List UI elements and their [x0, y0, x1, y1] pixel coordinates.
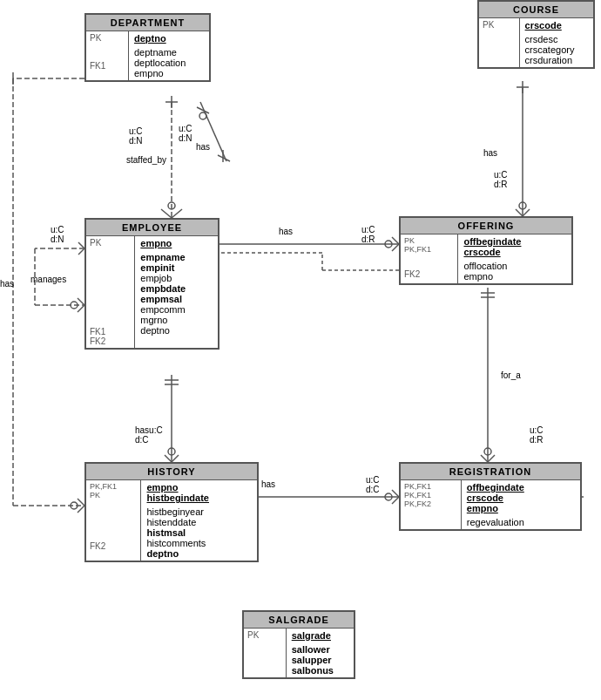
department-fk1-key: FK1	[86, 45, 129, 80]
entity-salgrade: SALGRADE PK salgrade sallower salupper s…	[242, 610, 355, 679]
notation-uc-dr-2: u:Cd:R	[494, 170, 508, 189]
svg-point-40	[385, 493, 392, 500]
offering-title: OFFERING	[401, 218, 571, 234]
has-hist-label: has	[261, 479, 275, 489]
course-fields: crsdesc crscategory crsduration	[520, 32, 593, 67]
registration-body: PK,FK1PK,FK1PK,FK2 offbegindate crscode …	[401, 480, 580, 529]
svg-line-13	[392, 244, 399, 251]
employee-empcomm: empcomm	[140, 304, 213, 315]
registration-crscode: crscode	[467, 493, 575, 503]
department-fields-row: FK1 deptname deptlocation empno	[86, 45, 209, 80]
registration-fields-row: regevaluation	[401, 515, 580, 529]
offering-pk-keys: PKPK,FK1	[401, 234, 458, 259]
salgrade-title: SALGRADE	[244, 612, 354, 629]
salgrade-pk-key: PK	[244, 629, 287, 642]
entity-offering: OFFERING PKPK,FK1 offbegindate crscode F…	[399, 216, 573, 285]
registration-empno: empno	[467, 503, 575, 513]
employee-empno: empno	[140, 238, 213, 248]
salgrade-fields: sallower salupper salbonus	[287, 642, 354, 677]
registration-title: REGISTRATION	[401, 464, 580, 480]
history-empno: empno	[146, 482, 252, 493]
salgrade-salgrade: salgrade	[292, 630, 348, 641]
history-pk-keys: PK,FK1PK	[86, 480, 141, 505]
notation-uc-dn-2: u:Cd:N	[179, 124, 192, 143]
svg-line-53	[78, 499, 84, 506]
employee-pk-field: empno	[135, 236, 218, 250]
department-deptlocation: deptlocation	[134, 58, 204, 68]
svg-point-20	[519, 202, 526, 209]
employee-empbdate: empbdate	[140, 283, 213, 294]
salgrade-salupper: salupper	[292, 655, 348, 665]
svg-line-47	[78, 242, 84, 248]
registration-empty-key	[401, 515, 462, 529]
svg-line-8	[197, 107, 209, 113]
registration-pk-keys: PK,FK1PK,FK1PK,FK2	[401, 480, 462, 515]
salgrade-sallower: sallower	[292, 644, 348, 655]
employee-fields: empname empinit empjob empbdate empmsal …	[135, 250, 218, 348]
employee-title: EMPLOYEE	[86, 220, 218, 236]
svg-line-32	[165, 455, 172, 462]
notation-uc-dr-reg: u:Cd:R	[530, 425, 544, 445]
entity-registration: REGISTRATION PK,FK1PK,FK1PK,FK2 offbegin…	[399, 462, 582, 531]
svg-line-54	[78, 506, 84, 513]
history-histmsal: histmsal	[146, 527, 252, 538]
history-fields-row: FK2 histbeginyear histenddate histmsal h…	[86, 505, 257, 561]
svg-line-1	[161, 209, 172, 218]
svg-line-45	[78, 305, 84, 312]
course-body: PK crscode crsdesc crscategory crsdurati…	[479, 18, 593, 67]
offering-pk-row: PKPK,FK1 offbegindate crscode	[401, 234, 571, 259]
department-fields: deptname deptlocation empno	[129, 45, 209, 80]
course-fields-row: crsdesc crscategory crsduration	[479, 32, 593, 67]
registration-regevaluation: regevaluation	[467, 517, 575, 527]
history-fields: histbeginyear histenddate histmsal histc…	[141, 505, 257, 561]
offering-fk2-key: FK2	[401, 259, 458, 283]
employee-empmsal: empmsal	[140, 294, 213, 304]
course-crscategory: crscategory	[525, 44, 588, 55]
course-pk-key: PK	[479, 18, 520, 32]
history-histcomments: histcomments	[146, 538, 252, 548]
notation-uc-dr-1: u:Cd:R	[361, 225, 375, 244]
has-left-label: has	[0, 279, 14, 289]
has-emp-off-label: has	[279, 227, 293, 236]
svg-point-3	[168, 202, 175, 209]
course-crsduration: crsduration	[525, 55, 588, 65]
entity-employee: EMPLOYEE PK empno FK1FK2 empname empinit…	[84, 218, 219, 350]
svg-point-46	[71, 302, 78, 309]
course-title: COURSE	[479, 2, 593, 18]
connector-layer	[0, 0, 601, 700]
svg-point-34	[168, 448, 175, 455]
offering-body: PKPK,FK1 offbegindate crscode FK2 offloc…	[401, 234, 571, 283]
entity-history: HISTORY PK,FK1PK empno histbegindate FK2…	[84, 462, 259, 562]
notation-uc-dc-hist: u:Cd:C	[366, 475, 380, 494]
svg-line-27	[488, 455, 495, 462]
history-histbegindate: histbegindate	[146, 493, 252, 503]
department-pk-key: PK	[86, 31, 129, 45]
entity-course: COURSE PK crscode crsdesc crscategory cr…	[477, 0, 595, 69]
svg-line-18	[516, 209, 523, 216]
svg-line-26	[481, 455, 488, 462]
employee-mgrno: mgrno	[140, 315, 213, 325]
offering-fields-row: FK2 offlocation empno	[401, 259, 571, 283]
svg-line-2	[172, 209, 182, 218]
course-pk-field: crscode	[520, 18, 593, 32]
registration-pk-fields: offbegindate crscode empno	[462, 480, 580, 515]
svg-point-7	[199, 112, 206, 119]
course-crscode: crscode	[525, 20, 588, 31]
svg-line-9	[218, 155, 230, 161]
manages-label: manages	[30, 275, 66, 284]
department-deptname: deptname	[134, 47, 204, 58]
department-body: PK deptno FK1 deptname deptlocation empn…	[86, 31, 209, 80]
registration-fields: regevaluation	[462, 515, 580, 529]
employee-fk-keys: FK1FK2	[86, 250, 135, 348]
salgrade-salbonus: salbonus	[292, 665, 348, 676]
salgrade-body: PK salgrade sallower salupper salbonus	[244, 629, 354, 677]
employee-fields-row: FK1FK2 empname empinit empjob empbdate e…	[86, 250, 218, 348]
history-histenddate: histenddate	[146, 517, 252, 527]
course-pk-row: PK crscode	[479, 18, 593, 32]
history-deptno: deptno	[146, 548, 252, 559]
offering-offbegindate: offbegindate	[463, 236, 566, 247]
employee-empname: empname	[140, 252, 213, 262]
employee-pk-key: PK	[86, 236, 135, 250]
salgrade-pk-row: PK salgrade	[244, 629, 354, 642]
salgrade-fields-row: sallower salupper salbonus	[244, 642, 354, 677]
